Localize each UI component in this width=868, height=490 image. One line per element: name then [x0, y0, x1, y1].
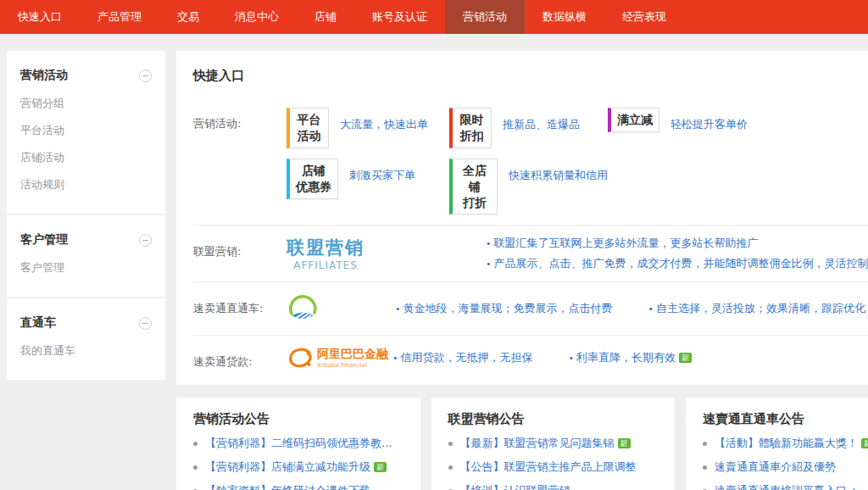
row-affiliate-marketing: 联盟营销: 联盟营销 AFFILIATES 联盟汇集了互联网上更多站外流量，更多… [193, 225, 868, 281]
alibaba-finance-cn: 阿里巴巴金融 [317, 347, 388, 362]
badge-line: 打折 [459, 195, 491, 211]
announcement-panels: 营销活动公告 【营销利器】二维码扫码领优惠券教... 【营销利器】店铺满立减功能… [176, 398, 868, 490]
badge-desc: 快速积累销量和信用 [509, 159, 608, 183]
badge-cell-limited-discount: 限时 折扣 推新品、造爆品 [449, 108, 608, 148]
panel-marketing-announcements: 营销活动公告 【营销利器】二维码扫码领优惠券教... 【营销利器】店铺满立减功能… [176, 398, 420, 490]
announcement-link[interactable]: 【营销利器】店铺满立减功能升级 新 [193, 459, 403, 475]
badge-line: 店铺 [296, 163, 331, 179]
sidebar-item-marketing-groups[interactable]: 营销分组 [7, 90, 165, 117]
sidebar-item-customer-management[interactable]: 客户管理 [7, 254, 165, 281]
badge-cell-store-coupon: 店铺 优惠券 刺激买家下单 [287, 159, 449, 215]
nav-item-message-center[interactable]: 消息中心 [217, 0, 297, 34]
badge-line: 优惠券 [296, 179, 331, 195]
page-body: 营销活动 − 营销分组 平台活动 店铺活动 活动规则 客户管理 − 客户管理 直… [0, 34, 868, 490]
full-reduction-badge[interactable]: 满立减 [608, 108, 659, 132]
alibaba-mark-icon [287, 347, 315, 369]
new-badge: 新 [374, 462, 387, 472]
badge-line: 折扣 [459, 128, 485, 144]
announcement-link[interactable]: 【最新】联盟营销常见问题集锦 新 [448, 436, 659, 451]
badge-grid: 平台 活动 大流量，快速出单 限时 折扣 推新品、造爆品 [287, 108, 748, 214]
link-text: 【活動】體驗新功能贏大獎！ [715, 436, 858, 451]
badge-row-2: 店铺 优惠券 刺激买家下单 全店铺 打折 快速积累销量和信用 [287, 159, 748, 215]
badge-row-1: 平台 活动 大流量，快速出单 限时 折扣 推新品、造爆品 [287, 108, 748, 148]
badge-desc: 大流量，快速出单 [340, 108, 428, 132]
platform-activity-badge[interactable]: 平台 活动 [287, 108, 329, 148]
nav-item-trade[interactable]: 交易 [159, 0, 217, 34]
bullet-dot-icon [193, 442, 198, 446]
row-label: 联盟营销: [193, 236, 287, 271]
row-marketing-activities: 营销活动: 平台 活动 大流量，快速出单 限时 [193, 97, 868, 225]
storewide-discount-badge[interactable]: 全店铺 打折 [449, 159, 498, 215]
sidebar-section-through-train: 直通车 − 我的直通车 [7, 298, 165, 380]
sidebar-title: 客户管理 [20, 232, 68, 248]
bullet-text: 联盟汇集了互联网上更多站外流量，更多站长帮助推广 [486, 236, 868, 251]
announcement-link[interactable]: 【公告】联盟营销主推产品上限调整 [448, 459, 659, 475]
link-text: 【最新】联盟营销常见问题集锦 [460, 436, 615, 451]
quick-entry-card: 快捷入口 营销活动: 平台 活动 大流量，快速出单 [176, 51, 868, 385]
badge-line: 满立减 [617, 112, 653, 128]
sidebar: 营销活动 − 营销分组 平台活动 店铺活动 活动规则 客户管理 − 客户管理 直… [7, 51, 165, 381]
collapse-icon[interactable]: − [139, 70, 152, 82]
panel-title: 联盟营销公告 [448, 411, 659, 427]
through-train-logo-icon[interactable] [287, 292, 395, 325]
alibaba-finance-logo[interactable]: 阿里巴巴金融 Alibaba Financial [287, 346, 392, 370]
bullet-text: 利率直降，长期有效 [569, 350, 676, 365]
new-badge: 新 [618, 438, 631, 448]
nav-item-marketing-active[interactable]: 营销活动 [445, 0, 525, 34]
announcement-link[interactable]: 【独家资料】年终研讨会课件下载 [193, 483, 403, 490]
sidebar-header-marketing[interactable]: 营销活动 − [7, 56, 165, 90]
loan-bullets: 信用贷款，无抵押，无担保 利率直降，长期有效 新 [392, 346, 692, 370]
bullet-dot-icon [703, 465, 707, 470]
sidebar-header-through-train[interactable]: 直通车 − [7, 303, 165, 337]
new-badge: 新 [861, 438, 868, 448]
link-text: 速賣通直通車培訓平臺入口→ [715, 483, 856, 490]
nav-item-business-performance[interactable]: 经营表现 [604, 0, 684, 34]
sidebar-title: 营销活动 [20, 68, 68, 83]
badge-desc: 推新品、造爆品 [503, 108, 580, 132]
badge-line: 平台 [296, 112, 322, 128]
sidebar-header-customer[interactable]: 客户管理 − [7, 220, 165, 254]
panel-affiliate-announcements: 联盟营销公告 【最新】联盟营销常见问题集锦 新 【公告】联盟营销主推产品上限调整… [431, 398, 676, 490]
row-label: 速卖通直通车: [193, 292, 287, 325]
nav-item-account-certification[interactable]: 账号及认证 [354, 0, 445, 34]
announcement-link[interactable]: 【培训】认识联盟营销 [448, 483, 659, 490]
announcement-link[interactable]: 【营销利器】二维码扫码领优惠券教... [193, 436, 403, 451]
panel-title: 速賣通直通車公告 [703, 411, 868, 427]
collapse-icon[interactable]: − [139, 317, 152, 330]
sidebar-item-activity-rules[interactable]: 活动规则 [7, 171, 165, 198]
row-through-train: 速卖通直通车: 黄金地段，海量展现；免费展示，点击付费 自主选择，灵活投放；效果… [193, 281, 868, 335]
badge-line: 全店铺 [459, 163, 491, 195]
badge-line: 限时 [459, 112, 485, 128]
bullet-text: 自主选择，灵活投放；效果清晰，跟踪优化 [648, 301, 866, 316]
new-badge: 新 [679, 353, 692, 363]
row-label: 速卖通贷款: [193, 346, 287, 370]
affiliate-logo[interactable]: 联盟营销 AFFILIATES [287, 236, 486, 271]
link-text: 【营销利器】店铺满立减功能升级 [205, 459, 370, 475]
main-column: 快捷入口 营销活动: 平台 活动 大流量，快速出单 [176, 51, 868, 490]
announcement-link[interactable]: 【活動】體驗新功能贏大獎！ 新 [703, 436, 868, 451]
sidebar-title: 直通车 [20, 315, 56, 331]
nav-item-store[interactable]: 店铺 [297, 0, 354, 34]
nav-item-quick-entry[interactable]: 快速入口 [0, 0, 80, 34]
link-text: 【独家资料】年终研讨会课件下载 [205, 483, 370, 490]
sidebar-item-platform-activities[interactable]: 平台活动 [7, 117, 165, 144]
store-coupon-badge[interactable]: 店铺 优惠券 [287, 159, 338, 199]
badge-desc: 轻松提升客单价 [670, 108, 748, 132]
announcement-link[interactable]: 速賣通直通車介紹及優勢 [703, 459, 868, 475]
sidebar-item-my-through-train[interactable]: 我的直通车 [7, 337, 165, 365]
announcement-link[interactable]: 速賣通直通車培訓平臺入口→ [703, 483, 868, 490]
badge-line: 活动 [296, 128, 322, 144]
limited-discount-badge[interactable]: 限时 折扣 [449, 108, 492, 148]
nav-item-product-management[interactable]: 产品管理 [80, 0, 159, 34]
badge-cell-platform-activity: 平台 活动 大流量，快速出单 [287, 108, 449, 148]
collapse-icon[interactable]: − [139, 234, 152, 247]
nav-item-data-analytics[interactable]: 数据纵横 [525, 0, 604, 34]
row-label: 营销活动: [193, 108, 287, 214]
affiliate-logo-title: 联盟营销 [287, 236, 364, 259]
bullet-dot-icon [193, 465, 198, 470]
sidebar-section-marketing: 营销活动 − 营销分组 平台活动 店铺活动 活动规则 [7, 51, 165, 214]
sidebar-item-store-activities[interactable]: 店铺活动 [7, 144, 165, 171]
bullet-text: 黄金地段，海量展现；免费展示，点击付费 [395, 301, 613, 316]
bullet-dot-icon [448, 465, 453, 470]
bullet-text: 信用贷款，无抵押，无担保 [392, 350, 533, 365]
